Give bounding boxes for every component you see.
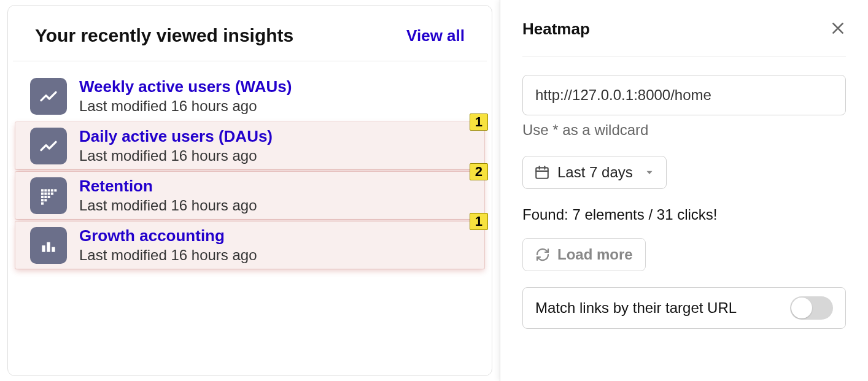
insight-subtitle: Last modified 16 hours ago: [79, 247, 257, 264]
recent-insights-card: Your recently viewed insights View all W…: [7, 5, 492, 376]
svg-rect-16: [47, 242, 50, 252]
url-input[interactable]: [522, 75, 846, 115]
found-summary: Found: 7 elements / 31 clicks!: [522, 206, 846, 223]
svg-rect-9: [41, 196, 44, 198]
svg-rect-2: [48, 189, 50, 191]
load-more-button[interactable]: Load more: [522, 238, 646, 271]
svg-rect-1: [44, 189, 47, 191]
insight-title[interactable]: Growth accounting: [79, 226, 257, 245]
insight-title[interactable]: Daily active users (DAUs): [79, 127, 273, 146]
insight-text: Weekly active users (WAUs) Last modified…: [79, 77, 292, 115]
date-range-picker[interactable]: Last 7 days: [522, 156, 667, 189]
insight-item[interactable]: Weekly active users (WAUs) Last modified…: [8, 72, 492, 120]
panel-title: Heatmap: [522, 20, 590, 39]
svg-rect-10: [44, 196, 47, 198]
chevron-down-icon: [644, 167, 655, 178]
svg-rect-6: [44, 192, 47, 194]
bar-chart-icon: [30, 227, 67, 264]
close-icon[interactable]: [830, 20, 846, 39]
insight-text: Growth accounting Last modified 16 hours…: [79, 226, 257, 264]
wildcard-hint: Use * as a wildcard: [522, 121, 846, 139]
insight-subtitle: Last modified 16 hours ago: [79, 197, 257, 214]
svg-rect-4: [54, 189, 56, 191]
svg-rect-0: [41, 189, 44, 191]
svg-rect-12: [41, 199, 44, 201]
match-links-toggle[interactable]: [790, 296, 833, 320]
line-chart-icon: [30, 78, 67, 115]
heat-count-badge: 1: [470, 114, 488, 131]
refresh-icon: [535, 247, 550, 262]
heat-count-badge: 2: [470, 163, 488, 180]
svg-rect-14: [41, 202, 44, 204]
retention-icon: [30, 177, 67, 214]
insight-title[interactable]: Retention: [79, 177, 257, 196]
svg-rect-15: [42, 245, 45, 252]
insight-item[interactable]: 2 Retention Last modified 16 hours ago: [15, 172, 484, 219]
insight-item[interactable]: 1 Growth accounting Last modified 16 hou…: [15, 221, 484, 269]
svg-rect-20: [536, 167, 548, 178]
card-header: Your recently viewed insights View all: [13, 25, 487, 61]
panel-header: Heatmap: [522, 20, 846, 56]
insight-subtitle: Last modified 16 hours ago: [79, 147, 273, 164]
load-more-label: Load more: [557, 246, 633, 263]
card-title: Your recently viewed insights: [35, 25, 293, 46]
toggle-knob: [791, 298, 812, 318]
match-links-row: Match links by their target URL: [522, 287, 846, 329]
svg-marker-24: [646, 171, 652, 174]
svg-rect-11: [48, 196, 50, 198]
view-all-link[interactable]: View all: [406, 26, 465, 45]
svg-rect-8: [51, 192, 53, 194]
insight-text: Retention Last modified 16 hours ago: [79, 177, 257, 214]
match-links-label: Match links by their target URL: [535, 298, 737, 319]
calendar-icon: [534, 164, 550, 180]
heatmap-panel: Heatmap Use * as a wildcard Last 7 days …: [500, 0, 868, 381]
insight-item[interactable]: 1 Daily active users (DAUs) Last modifie…: [15, 122, 484, 169]
date-range-label: Last 7 days: [557, 164, 633, 181]
svg-rect-13: [44, 199, 47, 201]
svg-rect-17: [52, 247, 55, 252]
svg-rect-3: [51, 189, 53, 191]
line-chart-icon: [30, 128, 67, 164]
insights-list: Weekly active users (WAUs) Last modified…: [8, 61, 492, 269]
heat-count-badge: 1: [470, 213, 488, 230]
insight-title[interactable]: Weekly active users (WAUs): [79, 77, 292, 96]
insight-subtitle: Last modified 16 hours ago: [79, 98, 292, 115]
insight-text: Daily active users (DAUs) Last modified …: [79, 127, 273, 164]
svg-rect-5: [41, 192, 44, 194]
svg-rect-7: [48, 192, 50, 194]
